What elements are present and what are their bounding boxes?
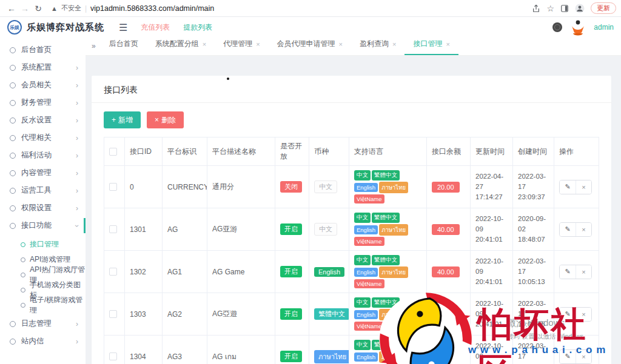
sidebar-item-8[interactable]: 运营工具› <box>0 182 86 199</box>
column-header-7: 更新时间 <box>471 137 513 166</box>
language-badge: ViệtName <box>354 237 384 246</box>
edit-icon[interactable]: ✎ <box>560 308 576 321</box>
column-header-5: 支持语言 <box>349 137 427 166</box>
sidebar-item-2[interactable]: 会员相关› <box>0 76 86 94</box>
forward-icon[interactable]: → <box>18 4 32 13</box>
sidebar-item-label: 站内信 <box>21 336 44 346</box>
username[interactable]: admin <box>594 23 614 31</box>
language-badge: English <box>354 352 378 362</box>
sidebar-collapse-icon[interactable]: ☰ <box>119 22 127 33</box>
delete-row-icon[interactable]: × <box>576 265 591 279</box>
chevron-right-icon: › <box>76 134 78 142</box>
sidebar-item-5[interactable]: 代理相关› <box>0 129 86 147</box>
tab-label: 后台首页 <box>109 39 138 49</box>
column-header-4: 币种 <box>309 137 349 166</box>
row-checkbox[interactable] <box>109 225 117 233</box>
reading-list-icon[interactable] <box>560 4 569 13</box>
sidebar-item-label: 接口功能 <box>21 220 52 231</box>
submenu-circle-icon <box>21 242 25 247</box>
balance-badge: 20.00 <box>432 182 460 193</box>
sidebar-item-10[interactable]: 接口功能› <box>0 217 86 234</box>
app-header: 乐娱 乐娱博弈对战系统 ☰ 充值列表 提款列表 admin <box>0 17 621 38</box>
tab-close-icon[interactable]: × <box>339 41 343 48</box>
tab-close-icon[interactable]: × <box>203 41 206 48</box>
row-checkbox[interactable] <box>109 183 117 191</box>
tab-close-icon[interactable]: × <box>392 41 396 48</box>
share-icon[interactable] <box>532 4 540 13</box>
sidebar-subitem-10-0[interactable]: 接口管理 <box>0 237 86 252</box>
open-status-badge: 开启 <box>280 223 302 235</box>
withdraw-list-link[interactable]: 提款列表 <box>183 22 212 33</box>
bookmark-star-icon[interactable]: ☆ <box>546 4 554 13</box>
edit-icon[interactable]: ✎ <box>560 265 576 279</box>
cell-platform-desc: AG เกม <box>207 336 275 364</box>
address-bar[interactable]: ▲ 不安全 | vip1admin.5868333.com/admin/main <box>51 4 532 13</box>
recharge-list-link[interactable]: 充值列表 <box>141 22 170 33</box>
sidebar-item-3[interactable]: 财务管理› <box>0 94 86 111</box>
tab-close-icon[interactable]: × <box>446 41 449 48</box>
browser-update-button[interactable]: 更新 <box>591 2 616 14</box>
sidebar-item-12[interactable]: 站内信› <box>0 333 86 350</box>
created-date: 2022-03-17 <box>518 171 549 191</box>
balance-badge: 40.00 <box>432 309 460 320</box>
table-row: 0CURRENCY通用分关闭中文中文繁體中文EnglishภาษาไทยViệt… <box>104 166 599 208</box>
chevron-right-icon: › <box>76 204 78 213</box>
tab-3[interactable]: 会员代理申请管理× <box>269 39 351 55</box>
app-logo: 乐娱 <box>7 20 22 35</box>
menu-circle-icon <box>10 205 16 211</box>
row-checkbox[interactable] <box>109 352 117 360</box>
sidebar-item-0[interactable]: 后台首页 <box>0 41 86 59</box>
sidebar-item-1[interactable]: 系统配置› <box>0 59 86 76</box>
delete-row-icon[interactable]: × <box>576 223 591 236</box>
language-badge: ภาษาไทย <box>379 266 408 278</box>
delete-row-icon[interactable]: × <box>576 350 591 363</box>
sidebar-item-4[interactable]: 反水设置› <box>0 111 86 129</box>
cell-platform-desc: AG亞遊 <box>207 293 275 336</box>
delete-row-icon[interactable]: × <box>576 180 591 194</box>
row-checkbox[interactable] <box>109 310 117 318</box>
chevron-down-icon: › <box>73 225 81 227</box>
sidebar-subitem-10-4[interactable]: 电子/棋牌游戏管理 <box>0 297 86 313</box>
cell-created-time: 2022-03-1723:09:37 <box>513 166 554 208</box>
select-all-header <box>104 137 125 166</box>
cell-platform-code: AG2 <box>163 293 207 336</box>
delete-row-icon[interactable]: × <box>576 308 591 321</box>
language-badge: 中文 <box>354 297 371 308</box>
delete-button[interactable]: ×删除 <box>147 111 184 128</box>
globe-icon[interactable] <box>552 22 562 32</box>
language-badge: English <box>354 310 378 319</box>
open-status-badge: 开启 <box>280 351 302 362</box>
tab-2[interactable]: 代理管理× <box>215 39 268 55</box>
tab-close-icon[interactable]: × <box>256 41 260 48</box>
back-icon[interactable]: ← <box>5 4 18 13</box>
tab-1[interactable]: 系统配置分组× <box>147 39 215 55</box>
sidebar-item-label: 内容管理 <box>21 168 52 178</box>
tab-label: 系统配置分组 <box>155 39 199 49</box>
sidebar-item-label: 反水设置 <box>21 115 52 125</box>
tab-5[interactable]: 接口管理× <box>404 39 458 55</box>
edit-icon[interactable]: ✎ <box>560 180 576 194</box>
edit-icon[interactable]: ✎ <box>560 350 576 363</box>
sidebar-item-label: 会员相关 <box>21 80 52 90</box>
avatar[interactable] <box>569 19 586 36</box>
language-badge: ViệtName <box>354 322 384 331</box>
currency-badge: 中文 <box>314 180 337 193</box>
sidebar-item-6[interactable]: 福利活动› <box>0 147 86 164</box>
sidebar-item-7[interactable]: 内容管理› <box>0 164 86 182</box>
edit-icon[interactable]: ✎ <box>560 223 576 236</box>
profile-icon[interactable] <box>575 4 585 13</box>
tab-4[interactable]: 盈利查询× <box>351 39 404 55</box>
sidebar-item-11[interactable]: 日志管理› <box>0 315 86 333</box>
cell-interface-id: 1303 <box>125 293 163 336</box>
cell-languages: 中文繁體中文EnglishภาษาไทยViệtName <box>349 166 427 208</box>
tabs-overflow-icon[interactable]: » <box>89 42 101 55</box>
reload-icon[interactable]: ↻ <box>32 4 45 13</box>
column-header-6: 接口余额 <box>427 137 471 166</box>
add-button[interactable]: +新增 <box>104 111 141 128</box>
row-checkbox[interactable] <box>109 268 117 276</box>
select-all-checkbox[interactable] <box>109 148 117 156</box>
created-date: 2022-03-17 <box>518 256 549 276</box>
sidebar: 后台首页系统配置›会员相关›财务管理›反水设置›代理相关›福利活动›内容管理›运… <box>0 38 86 364</box>
sidebar-item-9[interactable]: 权限设置› <box>0 199 86 217</box>
tab-0[interactable]: 后台首页 <box>101 39 147 55</box>
